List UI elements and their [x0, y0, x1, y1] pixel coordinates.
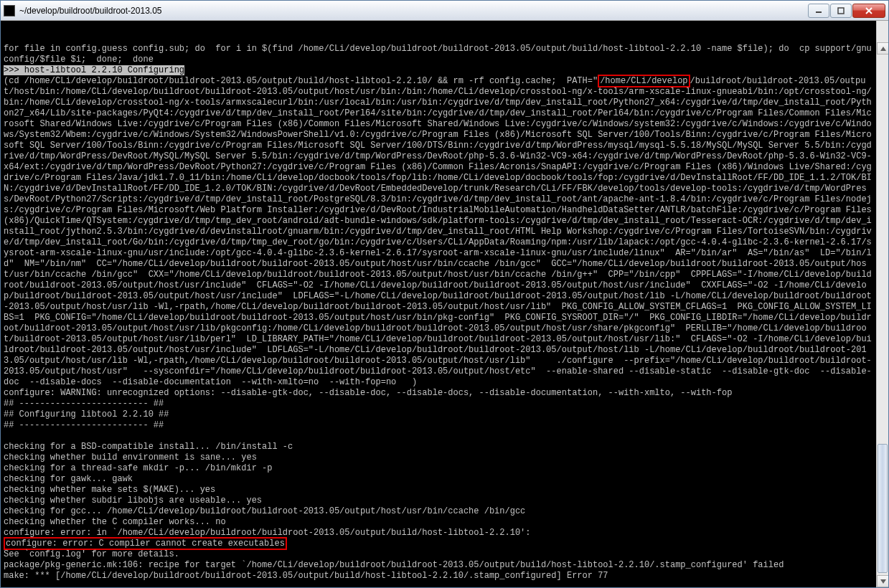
term-line: ## Configuring libtool 2.2.10 ## — [4, 409, 169, 419]
term-line: make: *** [/home/CLi/develop/buildroot/b… — [4, 571, 608, 581]
close-icon — [865, 7, 873, 14]
scroll-down-button[interactable] — [877, 575, 888, 587]
scroll-thumb[interactable] — [878, 444, 888, 573]
term-line: checking for a BSD-compatible install...… — [4, 442, 293, 452]
minimize-icon — [815, 7, 822, 14]
svg-marker-5 — [880, 579, 886, 584]
term-line: checking for a thread-safe mkdir -p... /… — [4, 463, 272, 473]
window-title: ~/develop/buildroot/buildroot-2013.05 — [19, 6, 807, 16]
svg-marker-4 — [880, 47, 886, 51]
term-line: checking whether make sets $(MAKE)... ye… — [4, 485, 215, 495]
term-line: package/pkg-generic.mk:106: recipe for t… — [4, 560, 784, 570]
term-line: configure: error: in `/home/CLi/develop/… — [4, 528, 531, 538]
scrollbar[interactable] — [876, 21, 888, 587]
scroll-up-button[interactable] — [877, 42, 888, 54]
term-line: checking for gcc... /home/CLi/develop/bu… — [4, 506, 525, 516]
highlight-box-path: /home/CLi/develop — [598, 75, 690, 87]
term-line-selected: >>> host-libtool 2.2.10 Configuring — [4, 65, 184, 75]
terminal-area[interactable]: for file in config.guess config.sub; do … — [1, 21, 888, 587]
chevron-down-icon — [880, 579, 886, 584]
terminal-content: for file in config.guess config.sub; do … — [4, 44, 885, 587]
maximize-button[interactable] — [830, 4, 852, 18]
terminal-icon — [4, 5, 15, 16]
terminal-window: ~/develop/buildroot/buildroot-2013.05 fo… — [0, 0, 889, 588]
term-line: checking whether build environment is sa… — [4, 452, 257, 463]
term-line: checking whether subdir libobjs are usea… — [4, 495, 262, 506]
term-line: See `config.log' for more details. — [4, 549, 179, 559]
chevron-up-icon — [880, 47, 886, 51]
term-line: checking whether the C compiler works...… — [4, 517, 226, 527]
term-line: ## ------------------------- ## — [4, 399, 164, 409]
minimize-button[interactable] — [808, 4, 829, 18]
close-button[interactable] — [852, 4, 885, 18]
term-line: configure: WARNING: unrecognized options… — [4, 388, 732, 398]
window-controls — [807, 4, 885, 18]
term-line: for file in config.guess config.sub; do … — [4, 44, 872, 65]
highlight-box-error: configure: error: C compiler cannot crea… — [4, 537, 287, 550]
titlebar[interactable]: ~/develop/buildroot/buildroot-2013.05 — [1, 1, 888, 21]
term-line: /buildroot/buildroot-2013.05/output/host… — [4, 76, 877, 387]
term-line: (cd /home/CLi/develop/buildroot/buildroo… — [4, 76, 598, 86]
term-line: ## ------------------------- ## — [4, 420, 164, 430]
svg-rect-1 — [838, 8, 844, 14]
maximize-icon — [837, 7, 845, 14]
term-line: checking for gawk... gawk — [4, 474, 133, 484]
